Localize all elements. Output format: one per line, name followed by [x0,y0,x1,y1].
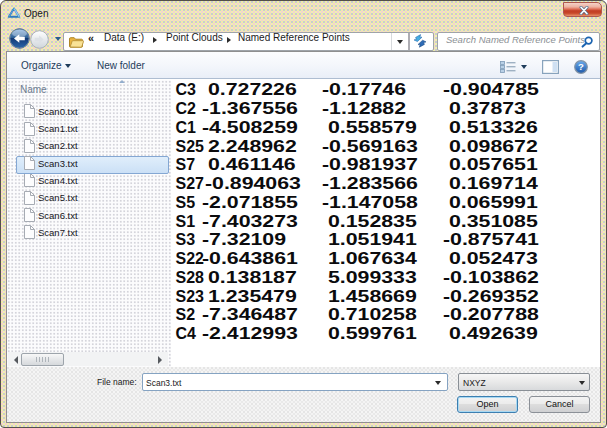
svg-text:?: ? [578,61,584,72]
